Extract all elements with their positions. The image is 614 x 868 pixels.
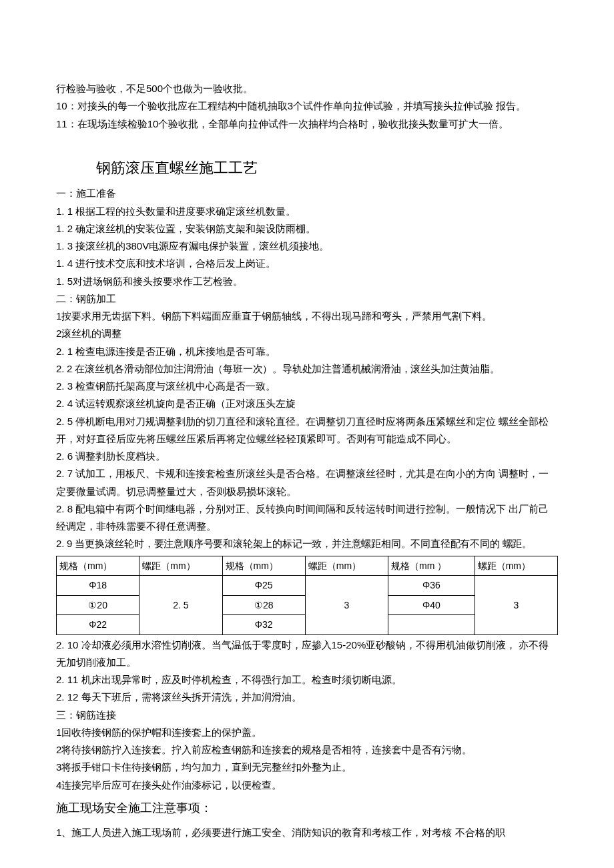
connect-2: 2将待接钢筋拧入连接套。拧入前应检查钢筋和连接套的规格是否相符，连接套中是否有污… bbox=[56, 741, 558, 759]
cell-pitch: 3 bbox=[305, 576, 388, 635]
process-2: 2滚丝机的调整 bbox=[56, 325, 558, 342]
prep-item-4: 1. 4 进行技术交底和技术培训，合格后发上岗证。 bbox=[56, 255, 558, 272]
process-2-2: 2. 2 在滚丝机各滑动部位加注润滑油（每班一次）。导轨处加注普通机械润滑油，滚… bbox=[56, 360, 558, 378]
cell-spec: ①20 bbox=[57, 595, 139, 615]
th-pitch-2: 螺距（mm） bbox=[305, 556, 388, 576]
prep-item-3: 1. 3 接滚丝机的380V电源应有漏电保护装置，滚丝机须接地。 bbox=[56, 238, 558, 255]
cell-spec bbox=[388, 615, 475, 635]
process-2-11: 2. 11 机床出现异常时，应及时停机检查，不得强行加工。检查时须切断电源。 bbox=[56, 671, 558, 689]
process-2-8: 2. 8 配电箱中有两个时间继电器，分别对正、反转换向时间间隔和反转运转时间进行… bbox=[56, 500, 558, 536]
spec-table: 规格（mm） 螺距（mm） 规格（mm） 螺距（mm） 规格（mm ） 螺距（m… bbox=[56, 556, 558, 635]
prep-item-5: 1. 5对进场钢筋和接头按要求作工艺检验。 bbox=[56, 273, 558, 290]
th-spec-3: 规格（mm ） bbox=[388, 556, 475, 576]
cell-spec: Φ40 bbox=[388, 595, 475, 615]
process-2-3: 2. 3 检查钢筋托架高度与滚丝机中心高是否一致。 bbox=[56, 378, 558, 395]
process-2-6: 2. 6 调整剥肋长度档块。 bbox=[56, 448, 558, 465]
process-1: 1按要求用无齿据下料。钢筋下料端面应垂直于钢筋轴线，不得出现马蹄和弯头，严禁用气… bbox=[56, 308, 558, 325]
process-2-12: 2. 12 每天下班后，需将滚丝头拆开清洗，并加润滑油。 bbox=[56, 689, 558, 706]
process-2-5: 2. 5 停机断电用对刀规调整剥肋的切刀直径和滚轮直径。在调整切刀直径时应将两条… bbox=[56, 413, 558, 448]
cell-spec: Φ32 bbox=[222, 615, 305, 635]
spacer bbox=[56, 133, 558, 147]
safety-1: 1、施工人员进入施工现场前，必须要进行施工安全、消防知识的教育和考核工作，对考核… bbox=[56, 824, 558, 841]
intro-line-2: 10：对接头的每一个验收批应在工程结构中随机抽取3个试件作单向拉伸试验，并填写接… bbox=[56, 97, 558, 115]
process-heading: 二：钢筋加工 bbox=[56, 290, 558, 308]
connect-heading: 三：钢筋连接 bbox=[56, 707, 558, 724]
th-spec-2: 规格（mm） bbox=[222, 556, 305, 576]
connect-1: 1回收待接钢筋的保护帽和连接套上的保护盖。 bbox=[56, 724, 558, 741]
th-pitch-1: 螺距（mm） bbox=[139, 556, 222, 576]
section1-title: 钢筋滚压直螺丝施工工艺 bbox=[96, 155, 558, 181]
cell-spec: Φ22 bbox=[57, 615, 139, 635]
process-2-7: 2. 7 试加工，用板尺、卡规和连接套检查所滚丝头是否合格。在调整滚丝径时，尤其… bbox=[56, 465, 558, 500]
prep-item-1: 1. 1 根据工程的拉头数量和进度要求确定滚丝机数量。 bbox=[56, 203, 558, 220]
table-row: Φ18 2. 5 Φ25 3 Φ36 3 bbox=[57, 576, 558, 596]
th-pitch-3: 螺距（mm） bbox=[475, 556, 557, 576]
cell-spec: Φ25 bbox=[222, 576, 305, 596]
cell-spec: Φ18 bbox=[57, 576, 139, 596]
connect-4: 4连接完毕后应可在接头处作油漆标记，以便检查。 bbox=[56, 777, 558, 794]
process-2-4: 2. 4 试运转观察滚丝机旋向是否正确（正对滚压头左旋 bbox=[56, 395, 558, 412]
process-2-10: 2. 10 冷却液必须用水溶性切削液。当气温低于零度时，应掺入15-20%亚砂酸… bbox=[56, 636, 558, 672]
cell-spec: Φ36 bbox=[388, 576, 475, 596]
section2-title: 施工现场安全施工注意事项： bbox=[56, 798, 558, 819]
connect-3: 3将扳手钳口卡住待接钢筋，均匀加力，直到无完整丝扣外整为止。 bbox=[56, 759, 558, 776]
cell-pitch: 2. 5 bbox=[139, 576, 222, 635]
th-spec-1: 规格（mm） bbox=[57, 556, 139, 576]
prep-heading: 一：施工准备 bbox=[56, 185, 558, 202]
intro-line-1: 行检验与验收，不足500个也做为一验收批。 bbox=[56, 80, 558, 97]
process-2-1: 2. 1 检查电源连接是否正确，机床接地是否可靠。 bbox=[56, 343, 558, 360]
prep-item-2: 1. 2 确定滚丝机的安装位置，安装钢筋支架和架设防雨棚。 bbox=[56, 220, 558, 238]
intro-line-3: 11：在现场连续检验10个验收批，全部单向拉伸试件一次抽样均合格时，验收批接头数… bbox=[56, 115, 558, 133]
cell-spec: ①28 bbox=[222, 595, 305, 615]
table-header-row: 规格（mm） 螺距（mm） 规格（mm） 螺距（mm） 规格（mm ） 螺距（m… bbox=[57, 556, 558, 576]
process-2-9: 2. 9 当更换滚丝轮时，要注意顺序号要和滚轮架上的标记一致，并注意螺距相同。不… bbox=[56, 535, 558, 552]
cell-pitch: 3 bbox=[475, 576, 557, 635]
